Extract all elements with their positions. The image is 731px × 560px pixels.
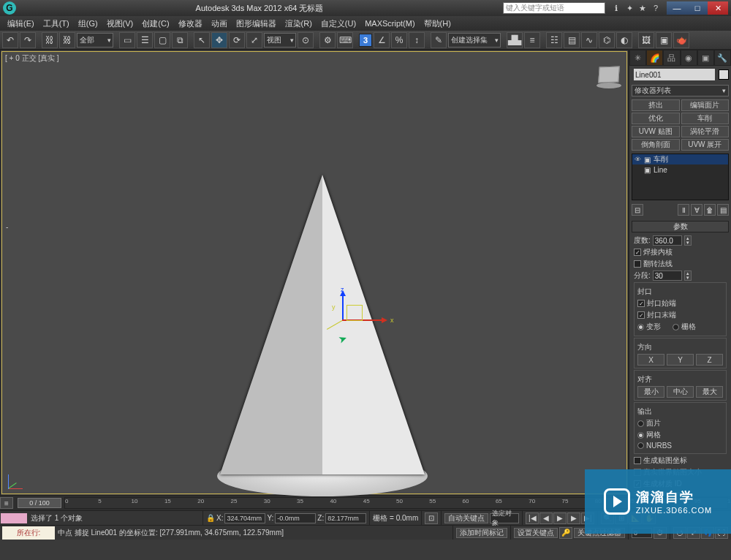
menu-tools[interactable]: 工具(T) [39, 18, 74, 29]
angle-snap-icon[interactable]: ∠ [374, 32, 390, 48]
y-coord-input[interactable]: -0.0mm [275, 513, 316, 523]
gen-map-checkbox[interactable] [634, 457, 641, 464]
menu-maxscript[interactable]: MAXScript(M) [360, 19, 419, 28]
menu-views[interactable]: 视图(V) [102, 18, 138, 29]
dir-x-button[interactable]: X [637, 354, 664, 366]
time-slider[interactable]: 0 / 100 [18, 498, 61, 508]
window-close[interactable]: ✕ [708, 1, 728, 15]
comm-icon[interactable]: ✦ [624, 3, 635, 13]
modifier-list-dropdown[interactable]: 修改器列表 [632, 85, 729, 97]
autokey-button[interactable]: 自动关键点 [444, 513, 488, 523]
unique-icon[interactable]: ∀ [691, 204, 702, 216]
tab-display-icon[interactable]: ▣ [697, 50, 714, 66]
align-icon[interactable]: ≡ [524, 32, 540, 48]
select-name-icon[interactable]: ☰ [137, 32, 153, 48]
mod-editpatch-button[interactable]: 编辑面片 [681, 99, 730, 111]
stack-item-line[interactable]: 👁 ▣ Line [632, 164, 728, 175]
mod-uvwmap-button[interactable]: UVW 贴图 [632, 126, 680, 137]
window-maximize[interactable]: □ [687, 1, 708, 15]
scale-icon[interactable]: ⤢ [246, 32, 262, 48]
menu-modifiers[interactable]: 修改器 [174, 18, 207, 29]
expand-icon[interactable]: ▣ [644, 166, 651, 174]
morph-radio[interactable] [637, 324, 644, 330]
viewcube[interactable] [594, 65, 624, 94]
z-coord-input[interactable]: 82.177mm [325, 513, 366, 523]
pin-stack-icon[interactable]: ⊟ [632, 204, 643, 216]
segments-input[interactable]: 30 [653, 270, 682, 281]
snap-toggle[interactable]: 3 [359, 34, 372, 47]
help-search-input[interactable]: 键入关键字或短语 [503, 2, 605, 14]
cap-start-checkbox[interactable]: ✓ [637, 300, 645, 307]
tab-hierarchy-icon[interactable]: 品 [663, 50, 680, 66]
script-tab[interactable] [1, 513, 27, 523]
expand-icon[interactable]: ▣ [644, 156, 651, 164]
mod-optimize-button[interactable]: 优化 [632, 113, 680, 124]
percent-snap-icon[interactable]: % [391, 32, 407, 48]
prev-frame-icon[interactable]: ◀ [539, 512, 553, 524]
window-minimize[interactable]: — [667, 1, 687, 15]
add-time-tag-button[interactable]: 添加时间标记 [456, 528, 507, 538]
pivot-icon[interactable]: ⊙ [298, 32, 314, 48]
rotate-icon[interactable]: ⟳ [229, 32, 245, 48]
window-cross-icon[interactable]: ⧉ [172, 32, 188, 48]
menu-group[interactable]: 组(G) [74, 18, 102, 29]
mesh-radio[interactable] [637, 432, 644, 439]
remove-icon[interactable]: 🗑 [704, 204, 716, 216]
grid-radio[interactable] [673, 324, 679, 330]
modifier-stack[interactable]: 👁 ▣ 车削 👁 ▣ Line [632, 154, 729, 200]
menu-graph[interactable]: 图形编辑器 [232, 18, 281, 29]
move-icon[interactable]: ✥ [211, 32, 227, 48]
mod-turbosmooth-button[interactable]: 涡轮平滑 [681, 126, 730, 137]
cap-end-checkbox[interactable]: ✓ [637, 311, 645, 319]
keyboard-icon[interactable]: ⌨ [337, 32, 353, 48]
schematic-icon[interactable]: ⌬ [599, 32, 615, 48]
menu-customize[interactable]: 自定义(U) [317, 18, 360, 29]
x-coord-input[interactable]: 324.704mm [224, 513, 265, 523]
align-max-button[interactable]: 最大 [696, 386, 723, 398]
select-icon[interactable]: ▭ [119, 32, 135, 48]
next-frame-icon[interactable]: ▶ [567, 512, 580, 524]
undo-icon[interactable]: ↶ [2, 32, 18, 48]
viewport[interactable]: [ + 0 正交 [真实 ] z x y ➤ [0, 50, 629, 496]
ribbon-icon[interactable]: ▤ [564, 32, 580, 48]
visibility-icon[interactable]: 👁 [635, 156, 641, 163]
named-selection-dropdown[interactable]: 创建选择集 [448, 33, 501, 48]
render-frame-icon[interactable]: ▣ [656, 32, 672, 48]
ref-coord-dropdown[interactable]: 视图 [264, 33, 296, 48]
viewport-label[interactable]: [ + 0 正交 [真实 ] [5, 53, 59, 64]
curve-editor-icon[interactable]: ∿ [581, 32, 597, 48]
object-color-swatch[interactable] [719, 69, 729, 80]
star-icon[interactable]: ★ [637, 3, 648, 13]
editnamed-icon[interactable]: ✎ [431, 32, 447, 48]
mod-bevelprofile-button[interactable]: 倒角剖面 [632, 139, 680, 151]
cursor-icon[interactable]: ↖ [194, 32, 210, 48]
align-min-button[interactable]: 最小 [637, 386, 664, 398]
help-icon[interactable]: ? [651, 3, 661, 13]
stack-item-lathe[interactable]: 👁 ▣ 车削 [632, 154, 728, 164]
menu-animation[interactable]: 动画 [207, 18, 232, 29]
isolate-icon[interactable]: ⊡ [425, 512, 438, 524]
weld-core-checkbox[interactable]: ✓ [634, 249, 641, 256]
mod-lathe-button[interactable]: 车削 [681, 113, 730, 124]
goto-start-icon[interactable]: |◀ [526, 512, 539, 524]
mod-extrude-button[interactable]: 挤出 [632, 99, 680, 111]
tab-utilities-icon[interactable]: 🔧 [714, 50, 731, 66]
menu-create[interactable]: 创建(C) [137, 18, 173, 29]
lock-icon[interactable]: 🔒 [206, 514, 215, 522]
manip-icon[interactable]: ⚙ [319, 32, 336, 48]
menu-help[interactable]: 帮助(H) [420, 18, 455, 29]
key-icon[interactable]: 🔑 [559, 527, 572, 539]
layer-icon[interactable]: ☷ [546, 32, 562, 48]
segments-spinner[interactable]: ▲▼ [684, 270, 692, 281]
mod-uvwunwrap-button[interactable]: UVW 展开 [681, 139, 730, 151]
app-icon[interactable]: G [3, 1, 16, 15]
material-editor-icon[interactable]: ◐ [616, 32, 632, 48]
keymode-dropdown[interactable]: 选定对象 [490, 513, 519, 523]
link-icon[interactable]: ⛓ [42, 32, 58, 48]
degrees-spinner[interactable]: ▲▼ [684, 235, 692, 246]
menu-render[interactable]: 渲染(R) [281, 18, 317, 29]
nurbs-radio[interactable] [637, 442, 644, 449]
unlink-icon[interactable]: ⛓̷ [59, 32, 75, 48]
degrees-input[interactable]: 360.0 [653, 235, 682, 246]
play-icon[interactable]: ▶ [553, 512, 567, 524]
